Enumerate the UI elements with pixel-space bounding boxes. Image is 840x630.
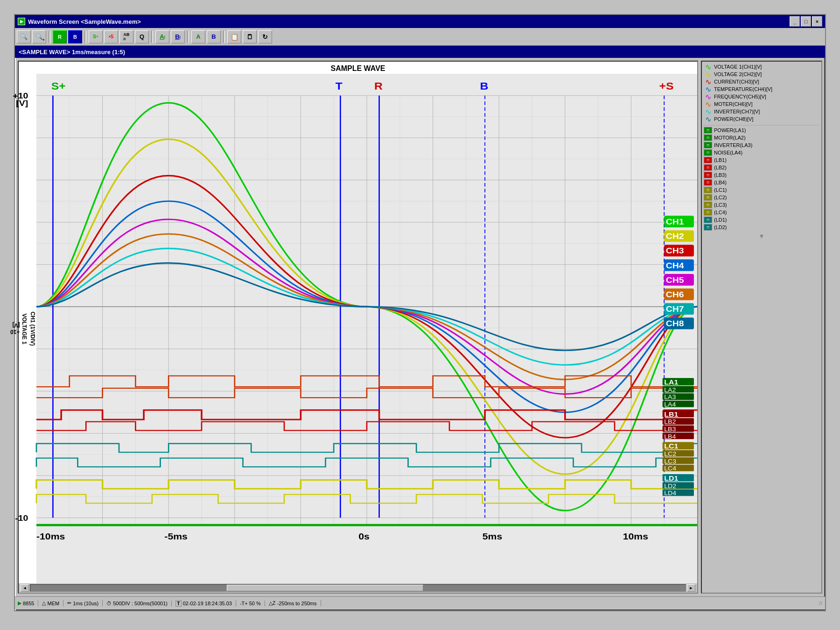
legend-item: ∿ INVERTER(CH7)[V] (704, 108, 819, 115)
btn-b1[interactable]: Bi (171, 30, 185, 43)
svg-text:CH3: CH3 (666, 246, 684, 255)
status-top-bar: <SAMPLE WAVE> 1ms/measure (1:5) (15, 46, 825, 58)
legend-icon-ch2: ∿ (704, 71, 712, 77)
legend-item: ∿ POWER(CH8)[V] (704, 116, 819, 122)
chart-body: +10[V] CH1 (1V/DIV) VOLTAGE 1 -10 (19, 74, 697, 583)
legend-label-ch6: MOTER(CH6)[V] (714, 101, 753, 107)
zoom-in-button[interactable]: 🔍+ (32, 30, 46, 43)
status-icon-5: T (175, 600, 182, 607)
svg-text:5ms: 5ms (483, 532, 502, 542)
toolbar-sep-4 (187, 31, 189, 43)
svg-text:CH6: CH6 (666, 290, 684, 299)
legend-label-ch2: VOLTAGE 2(CH2)[V] (714, 71, 762, 77)
legend-item-lb2: ⊓ (LB2) (704, 164, 819, 171)
legend-label-la3: INVERTER(LA3) (714, 142, 752, 148)
legend-label-lb1: (LB1) (714, 157, 727, 163)
chart-plot-area[interactable]: S+ T R B +S (36, 74, 697, 583)
legend-label-lc2: (LC2) (714, 195, 727, 200)
legend-item-la2: ⊓ MOTOR(LA2) (704, 134, 819, 141)
svg-text:LB2: LB2 (664, 419, 676, 425)
svg-text:0s: 0s (358, 532, 370, 542)
btn-q[interactable]: Q (135, 30, 149, 43)
svg-text:LB4: LB4 (664, 433, 676, 440)
legend-scroll-down[interactable]: ▼ (704, 232, 819, 240)
legend-item: ∿ VOLTAGE 1(CH1)[V] (704, 63, 819, 70)
scroll-right-button[interactable]: ► (687, 584, 695, 592)
svg-text:CH4: CH4 (666, 261, 685, 270)
btn-a2[interactable]: A (191, 30, 205, 43)
legend-label-ch1: VOLTAGE 1(CH1)[V] (714, 64, 762, 70)
chart-area: SAMPLE WAVE +10[V] CH1 (1V/DIV) VOLTAGE … (18, 61, 698, 594)
status-seg-6: -T+ 50 % (240, 601, 265, 606)
scroll-thumb[interactable] (227, 585, 423, 591)
status-text-6: 50 % (249, 601, 261, 606)
close-button[interactable]: × (812, 16, 822, 27)
y-volt-label: VOLTAGE 1 (21, 313, 28, 344)
toolbar-sep-2 (84, 31, 86, 43)
svg-text:LA2: LA2 (664, 386, 676, 393)
maximize-button[interactable]: □ (801, 16, 811, 27)
legend-item-la4: ⊓ NOISE(LA4) (704, 149, 819, 156)
svg-text:LA4: LA4 (664, 401, 676, 408)
status-seg-5: T 02-02-19 18:24:35.03 (175, 600, 236, 607)
btn-b[interactable]: B (68, 30, 82, 43)
svg-text:LD1: LD1 (664, 475, 678, 482)
legend-box-la1: ⊓ (704, 127, 712, 133)
btn-a1[interactable]: Ai (155, 30, 169, 43)
status-seg-7: △Z -250ms to 250ms (269, 600, 321, 606)
legend-box-lc4: ⊓ (704, 209, 712, 216)
toolbar: 🔍 🔍+ R B S+ •S ABD Q Ai Bi A B 📋 🗒 ↻ (15, 28, 825, 46)
btn-clip2[interactable]: 🗒 (243, 30, 257, 43)
legend-label-lb4: (LB4) (714, 180, 727, 185)
scroll-track[interactable] (30, 584, 686, 592)
svg-text:LB3: LB3 (664, 426, 676, 433)
svg-text:CH5: CH5 (666, 275, 684, 285)
status-icon-6: -T+ (240, 601, 248, 606)
svg-text:+S: +S (659, 81, 674, 92)
legend-item-ld2: ⊓ (LD2) (704, 224, 819, 231)
toolbar-sep-1 (49, 31, 50, 43)
status-text-3: 1ms (10us) (73, 601, 98, 606)
minimize-button[interactable]: _ (790, 16, 800, 27)
status-icon-1: ▶ (18, 600, 21, 606)
status-text-1: 8855 (23, 601, 34, 606)
btn-clip1[interactable]: 📋 (227, 30, 241, 43)
legend-item: ∿ TEMPERATURE(CH4)[V] (704, 86, 819, 92)
legend-item: ∿ CURRENT(CH3)[V] (704, 78, 819, 85)
legend-icon-ch1: ∿ (704, 63, 712, 70)
bottom-status-bar: ▶ 8855 △ MEM ✏ 1ms (10us) ⏱ 500DIV : 500… (15, 596, 825, 609)
legend-box-la2: ⊓ (704, 134, 712, 141)
legend-icon-ch8: ∿ (704, 116, 712, 122)
legend-box-lc2: ⊓ (704, 194, 712, 201)
svg-text:10ms: 10ms (623, 532, 648, 542)
title-controls[interactable]: _ □ × (790, 16, 822, 27)
svg-text:-10ms: -10ms (36, 532, 65, 542)
svg-text:LA3: LA3 (664, 394, 676, 400)
status-seg-2: △ MEM (42, 600, 63, 606)
legend-icon-ch5: ∿ (704, 93, 712, 100)
legend-label-ch8: POWER(CH8)[V] (714, 116, 753, 122)
legend-item: ∿ VOLTAGE 2(CH2)[V] (704, 71, 819, 77)
legend-box-lb2: ⊓ (704, 164, 712, 171)
window-icon: ▶ (18, 18, 25, 25)
legend-item-lb4: ⊓ (LB4) (704, 179, 819, 186)
legend-label-ch5: FREQUENCY(CH5)[V] (714, 94, 766, 99)
zoom-out-button[interactable]: 🔍 (17, 30, 31, 43)
legend-panel: ∿ VOLTAGE 1(CH1)[V] ∿ VOLTAGE 2(CH2)[V] … (701, 61, 822, 594)
scroll-left-button[interactable]: ◄ (21, 584, 29, 592)
status-seg-4: ⏱ 500DIV : 500ms(50001) (106, 601, 172, 606)
svg-text:T: T (336, 81, 343, 92)
svg-text:LD2: LD2 (664, 483, 676, 489)
btn-b2[interactable]: B (207, 30, 221, 43)
svg-text:[V]: [V] (16, 98, 28, 108)
btn-ab[interactable]: ABD (119, 30, 133, 43)
y-axis-label: +10[V] CH1 (1V/DIV) VOLTAGE 1 -10 (19, 74, 36, 583)
btn-refresh[interactable]: ↻ (258, 30, 272, 43)
btn-s-minus[interactable]: •S (104, 30, 118, 43)
legend-item-la3: ⊓ INVERTER(LA3) (704, 142, 819, 148)
btn-r[interactable]: R (53, 30, 67, 43)
btn-s-plus[interactable]: S+ (89, 30, 103, 43)
legend-item-ld1: ⊓ (LD1) (704, 217, 819, 223)
legend-item-lc4: ⊓ (LC4) (704, 209, 819, 216)
status-icon-2: △ (42, 600, 46, 606)
